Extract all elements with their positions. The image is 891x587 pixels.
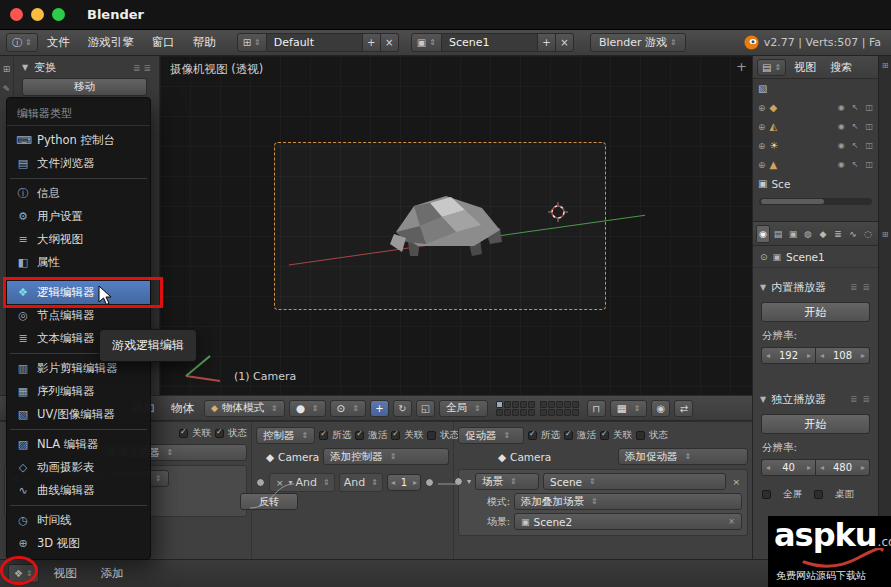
menu-item-3d-view[interactable]: ⊕ 3D 视图	[7, 532, 150, 555]
increment-icon[interactable]: ▸	[861, 463, 865, 472]
menu-item-uv-image-editor[interactable]: ▧ UV/图像编辑器	[7, 403, 150, 426]
layer-cell[interactable]	[564, 409, 571, 416]
increment-icon[interactable]: ▸	[807, 351, 811, 360]
manipulator-scale-button[interactable]: ◱	[416, 400, 435, 417]
resolution-x-field[interactable]: ◂ 40 ▸	[761, 459, 816, 476]
increment-icon[interactable]: ▸	[861, 351, 865, 360]
visibility-eye-icon[interactable]: ◉	[838, 103, 845, 112]
controller-state-field[interactable]: ◂ 1 ▸	[387, 474, 421, 491]
layer-cell[interactable]	[540, 401, 547, 408]
render-toggle-icon[interactable]: ◫	[865, 122, 873, 131]
menu-game-engine[interactable]: 游戏引擎	[79, 35, 143, 50]
scene-name-field[interactable]: Scene1	[442, 33, 538, 52]
logic-editor-type-button[interactable]: ❖ ⇕	[8, 564, 39, 583]
tab-physics[interactable]: ◌	[861, 225, 875, 243]
desktop-checkbox[interactable]	[814, 490, 823, 499]
tab-object[interactable]: ◆	[816, 225, 830, 243]
controllers-filter-link-checkbox[interactable]	[391, 431, 400, 440]
menu-item-python-console[interactable]: ⌨ Python 控制台	[7, 129, 150, 152]
actuator-input-socket[interactable]	[454, 477, 463, 486]
controller-output-socket[interactable]	[425, 478, 434, 487]
layer-cell[interactable]	[496, 409, 503, 416]
layer-cell[interactable]	[504, 409, 511, 416]
transform-panel-header[interactable]: ▼ 变换 ≣ ≣	[0, 56, 159, 77]
menu-item-sequence-editor[interactable]: ▦ 序列编辑器	[7, 380, 150, 403]
tab-render-layers[interactable]: ▤	[771, 225, 785, 243]
decrement-icon[interactable]: ◂	[820, 351, 824, 360]
layer-cell[interactable]	[504, 401, 511, 408]
sensors-filter-state-checkbox[interactable]	[215, 429, 224, 438]
add-layout-button[interactable]: +	[363, 33, 381, 52]
visibility-eye-icon[interactable]: ◉	[838, 141, 845, 150]
increment-icon[interactable]: ▸	[413, 478, 417, 487]
scene-mode-dropdown[interactable]: 添加叠加场景 ⇕	[514, 493, 742, 510]
actuators-filter-sel-checkbox[interactable]	[528, 431, 537, 440]
tab-constraints[interactable]: ≣	[831, 225, 845, 243]
resolution-x-field[interactable]: ◂ 192 ▸	[761, 347, 816, 364]
controller-brick[interactable]: And ⇕	[339, 473, 383, 492]
sync-button[interactable]: ⇄	[674, 400, 693, 417]
controller-input-socket[interactable]	[256, 478, 265, 487]
menu-item-timeline[interactable]: ◷ 时间线	[7, 509, 150, 532]
layer-cell[interactable]	[520, 401, 527, 408]
outliner-row-scene[interactable]: ▣ Sce	[753, 174, 878, 193]
controllers-title-dropdown[interactable]: 控制器 ⇕	[256, 427, 315, 444]
actuators-title-dropdown[interactable]: 促动器 ⇕	[458, 427, 524, 444]
turtle-model[interactable]	[388, 184, 506, 262]
menu-item-info[interactable]: ⓘ 信息	[7, 182, 150, 205]
actuators-filter-link-checkbox[interactable]	[600, 431, 609, 440]
delete-scene-button[interactable]: ×	[556, 33, 574, 52]
outliner-row[interactable]: ⊕ ▲ ◉ ↖ ◫	[753, 155, 878, 174]
orientation-selector[interactable]: 全局 ⇕	[439, 400, 488, 417]
region-plus-icon[interactable]: +	[736, 59, 747, 74]
snap-element-selector[interactable]: ▦ ⇕	[610, 400, 648, 417]
layer-cell[interactable]	[556, 401, 563, 408]
menu-object[interactable]: 物体	[165, 401, 200, 416]
add-actuator-dropdown[interactable]: 添加促动器 ⇕	[618, 448, 748, 465]
layer-cell[interactable]	[548, 401, 555, 408]
controllers-filter-sel-checkbox[interactable]	[319, 431, 328, 440]
snap-magnet-button[interactable]: ⊓	[587, 400, 606, 417]
standalone-player-section-header[interactable]: ▼ 独立播放器 ≣ ≣	[753, 390, 878, 408]
standalone-start-button[interactable]: 开始	[761, 414, 870, 434]
menu-item-properties[interactable]: ◧ 属性	[7, 251, 150, 274]
scene-browse-button[interactable]: ▣ ⇕	[411, 33, 442, 52]
menu-item-graph-editor[interactable]: ∿ 曲线编辑器	[7, 479, 150, 502]
expand-triangle-icon[interactable]: ▾	[289, 478, 293, 487]
selectability-icon[interactable]: ↖	[852, 160, 859, 169]
layer-cell[interactable]	[540, 409, 547, 416]
increment-icon[interactable]: ▸	[807, 463, 811, 472]
tool-tab-icon[interactable]: ✎	[3, 84, 11, 94]
menu-item-outliner[interactable]: ≡ 大纲视图	[7, 228, 150, 251]
layout-name-field[interactable]: Default	[267, 33, 363, 52]
menu-item-logic-editor[interactable]: ❖ 逻辑编辑器	[7, 281, 150, 304]
outliner-row[interactable]: ⊕ ☀ ◉ ↖ ◫	[753, 136, 878, 155]
selectability-icon[interactable]: ↖	[852, 103, 859, 112]
expand-icon[interactable]: ⊕	[758, 160, 766, 170]
selectability-icon[interactable]: ↖	[852, 141, 859, 150]
layer-cell[interactable]	[512, 401, 519, 408]
layer-cell[interactable]	[548, 409, 555, 416]
layer-cell[interactable]	[572, 409, 579, 416]
add-scene-button[interactable]: +	[538, 33, 556, 52]
menu-item-file-browser[interactable]: ▤ 文件浏览器	[7, 152, 150, 175]
delete-layout-button[interactable]: ×	[381, 33, 399, 52]
manipulator-translate-button[interactable]: +	[370, 400, 389, 417]
editor-type-selector[interactable]: ⓘ ⇕	[6, 33, 38, 52]
close-window-button[interactable]	[10, 8, 23, 21]
actuators-filter-act-checkbox[interactable]	[564, 431, 573, 440]
logic-menu-add[interactable]: 添加	[92, 566, 133, 581]
menu-item-dope-sheet[interactable]: ◇ 动画摄影表	[7, 456, 150, 479]
close-icon[interactable]: ×	[730, 477, 742, 487]
layout-browse-button[interactable]: ⊞ ⇕	[237, 33, 267, 52]
layer-cell[interactable]	[512, 409, 519, 416]
expand-icon[interactable]: ⊕	[758, 141, 766, 151]
decrement-icon[interactable]: ◂	[766, 463, 770, 472]
embedded-player-section-header[interactable]: ▼ 内置播放器 ≣ ≣	[753, 278, 878, 296]
layer-cell[interactable]	[564, 401, 571, 408]
add-controller-dropdown[interactable]: 添加控制器 ⇕	[323, 448, 449, 465]
fullscreen-checkbox[interactable]	[762, 490, 771, 499]
pin-icon[interactable]: ⊙	[760, 252, 768, 262]
embedded-start-button[interactable]: 开始	[761, 302, 870, 322]
menu-item-nla-editor[interactable]: ▨ NLA 编辑器	[7, 433, 150, 456]
